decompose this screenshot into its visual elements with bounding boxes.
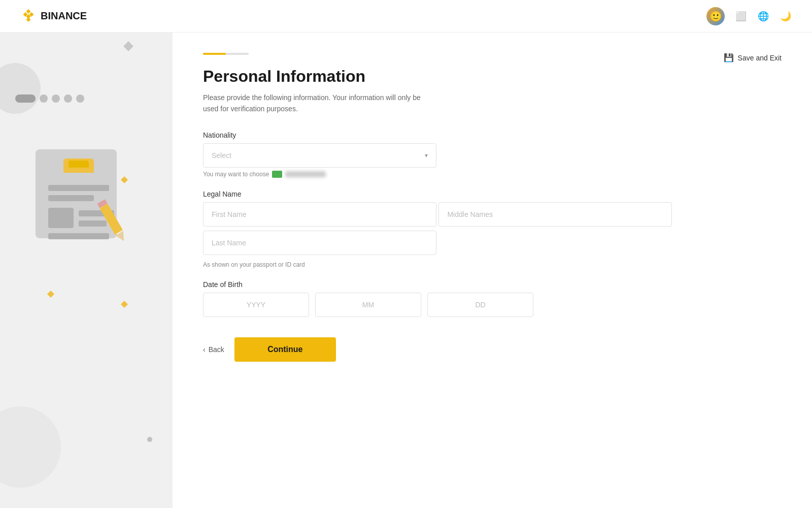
continue-label: Continue [267,345,302,354]
avatar[interactable]: 🙂 [706,7,725,25]
dob-section: Date of Birth [203,280,782,317]
dob-label: Date of Birth [203,280,782,289]
progress-dot-1 [15,94,36,103]
clipboard-line-4 [79,220,107,227]
save-exit-label: Save and Exit [738,54,782,62]
name-helper-text: As shown on your passport or ID card [203,261,782,268]
sidebar-decoration-circle-bottom [0,406,61,488]
page-layout: 💾 Save and Exit Personal Information Ple… [0,33,812,508]
clipboard-line-1 [48,185,109,191]
nationality-label: Nationality [203,131,782,139]
sidebar-decoration-diamond-bot [121,301,128,308]
sidebar-progress-dots [15,94,84,103]
svg-marker-0 [26,9,31,14]
nationality-select-display[interactable]: Select ▾ [203,143,436,168]
progress-dot-3 [52,94,60,103]
buttons-row: ‹ Back Continue [203,337,782,362]
binance-logo-icon [20,8,37,24]
clipboard-clip-inner [69,161,89,168]
legal-name-label: Legal Name [203,190,782,198]
legal-name-section: Legal Name As shown on your passport or … [203,190,782,268]
hint-prefix: You may want to choose [203,171,269,178]
nationality-select-value: Select [212,151,231,160]
suggested-country-blurred [285,171,326,177]
first-name-input[interactable] [203,202,436,227]
header: BINANCE 🙂 ⬜ 🌐 🌙 [0,0,812,33]
clipboard-illustration [30,134,132,236]
continue-button[interactable]: Continue [234,337,336,362]
sidebar-decoration-circle-top [0,63,41,114]
progress-bar-fill [203,53,226,55]
globe-icon[interactable]: 🌐 [757,10,769,22]
logo-text: BINANCE [41,10,87,22]
back-arrow-icon: ‹ [203,345,206,354]
clipboard-board [36,149,117,238]
nationality-section: Nationality Select ▾ You may want to cho… [203,131,782,178]
progress-dot-4 [64,94,72,103]
save-icon: 💾 [724,53,734,62]
form-description: Please provide the following information… [203,92,436,115]
flag-icon [272,171,282,178]
back-button[interactable]: ‹ Back [203,345,224,354]
save-exit-button[interactable]: 💾 Save and Exit [724,53,782,62]
dob-fields [203,293,436,317]
middle-name-input[interactable] [438,202,672,227]
header-right: 🙂 ⬜ 🌐 🌙 [706,7,792,25]
clipboard-box [48,208,74,228]
sidebar [0,33,173,508]
progress-dot-2 [40,94,48,103]
sidebar-decoration-dot-bottom [147,437,152,442]
dob-day-input[interactable] [427,293,533,317]
tablet-icon[interactable]: ⬜ [735,10,747,22]
progress-bar-container [203,53,249,55]
nationality-hint: You may want to choose [203,171,782,178]
dob-month-input[interactable] [315,293,421,317]
sidebar-decoration-diamond-bot2 [47,291,54,298]
last-name-input[interactable] [203,231,436,255]
nationality-select[interactable]: Select ▾ [203,143,436,168]
logo: BINANCE [20,8,87,24]
sidebar-decoration-diamond-top [123,41,133,51]
clipboard-line-5 [48,233,109,239]
main-content: 💾 Save and Exit Personal Information Ple… [173,33,812,508]
moon-icon[interactable]: 🌙 [780,10,792,22]
progress-dot-5 [76,94,84,103]
page-title: Personal Information [203,67,782,86]
back-label: Back [209,345,224,354]
chevron-down-icon: ▾ [425,152,428,159]
illustration [30,134,132,236]
clipboard-line-2 [48,195,94,201]
dob-year-input[interactable] [203,293,309,317]
